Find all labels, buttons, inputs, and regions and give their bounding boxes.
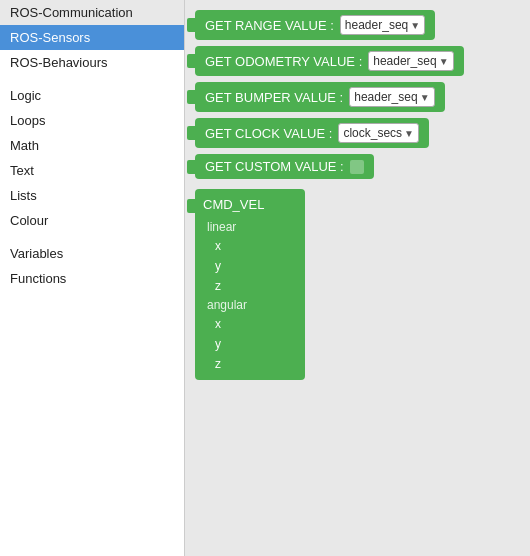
sidebar-item-loops[interactable]: Loops	[0, 108, 184, 133]
clock-block-label: GET CLOCK VALUE :	[205, 126, 332, 141]
range-block[interactable]: GET RANGE VALUE : header_seq ▼	[195, 10, 435, 40]
sidebar-item-ros-sensors[interactable]: ROS-Sensors	[0, 25, 184, 50]
sidebar-divider-2	[0, 233, 184, 241]
odometry-dropdown[interactable]: header_seq ▼	[368, 51, 453, 71]
sidebar-item-math[interactable]: Math	[0, 133, 184, 158]
clock-block-row: GET CLOCK VALUE : clock_secs ▼	[195, 118, 520, 148]
odometry-block-label: GET ODOMETRY VALUE :	[205, 54, 362, 69]
bumper-block[interactable]: GET BUMPER VALUE : header_seq ▼	[195, 82, 445, 112]
custom-block[interactable]: GET CUSTOM VALUE :	[195, 154, 374, 179]
range-dropdown-arrow: ▼	[410, 20, 420, 31]
custom-block-row: GET CUSTOM VALUE :	[195, 154, 520, 179]
clock-dropdown[interactable]: clock_secs ▼	[338, 123, 419, 143]
cmdvel-block[interactable]: CMD_VEL linear x y z angular x y z	[195, 189, 305, 380]
cmdvel-title: CMD_VEL	[203, 195, 297, 214]
sidebar: ROS-Communication ROS-Sensors ROS-Behavi…	[0, 0, 185, 556]
sidebar-item-text[interactable]: Text	[0, 158, 184, 183]
cmdvel-section-linear: linear	[203, 218, 297, 236]
custom-block-input-square	[350, 160, 364, 174]
main-canvas: GET RANGE VALUE : header_seq ▼ GET ODOME…	[185, 0, 530, 556]
sidebar-item-variables[interactable]: Variables	[0, 241, 184, 266]
cmdvel-field-angular-z: z	[203, 354, 297, 374]
bumper-dropdown[interactable]: header_seq ▼	[349, 87, 434, 107]
cmdvel-field-angular-y: y	[203, 334, 297, 354]
sidebar-item-colour[interactable]: Colour	[0, 208, 184, 233]
sidebar-item-lists[interactable]: Lists	[0, 183, 184, 208]
sidebar-item-ros-behaviours[interactable]: ROS-Behaviours	[0, 50, 184, 75]
cmdvel-block-row: CMD_VEL linear x y z angular x y z	[195, 185, 520, 380]
odometry-block-row: GET ODOMETRY VALUE : header_seq ▼	[195, 46, 520, 76]
cmdvel-section-angular: angular	[203, 296, 297, 314]
clock-dropdown-arrow: ▼	[404, 128, 414, 139]
range-dropdown[interactable]: header_seq ▼	[340, 15, 425, 35]
clock-block[interactable]: GET CLOCK VALUE : clock_secs ▼	[195, 118, 429, 148]
range-block-row: GET RANGE VALUE : header_seq ▼	[195, 10, 520, 40]
sidebar-item-logic[interactable]: Logic	[0, 83, 184, 108]
cmdvel-field-linear-y: y	[203, 256, 297, 276]
sidebar-item-ros-communication[interactable]: ROS-Communication	[0, 0, 184, 25]
cmdvel-field-linear-z: z	[203, 276, 297, 296]
custom-block-label: GET CUSTOM VALUE :	[205, 159, 344, 174]
sidebar-item-functions[interactable]: Functions	[0, 266, 184, 291]
bumper-block-label: GET BUMPER VALUE :	[205, 90, 343, 105]
cmdvel-field-angular-x: x	[203, 314, 297, 334]
bumper-dropdown-arrow: ▼	[420, 92, 430, 103]
range-block-label: GET RANGE VALUE :	[205, 18, 334, 33]
odometry-block[interactable]: GET ODOMETRY VALUE : header_seq ▼	[195, 46, 464, 76]
bumper-block-row: GET BUMPER VALUE : header_seq ▼	[195, 82, 520, 112]
odometry-dropdown-arrow: ▼	[439, 56, 449, 67]
cmdvel-field-linear-x: x	[203, 236, 297, 256]
sidebar-divider-1	[0, 75, 184, 83]
